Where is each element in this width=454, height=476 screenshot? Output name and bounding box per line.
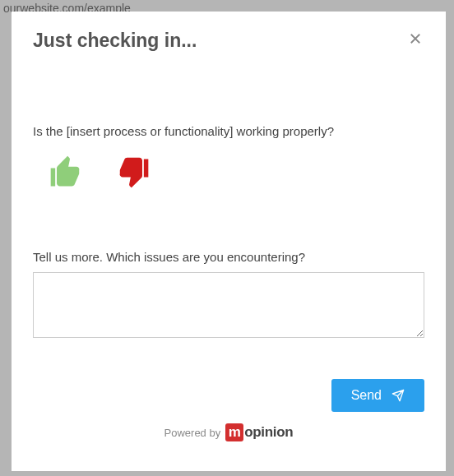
actions-row: Send: [33, 379, 424, 412]
modal-title: Just checking in...: [33, 30, 197, 52]
send-button[interactable]: Send: [331, 379, 424, 412]
modal-header: Just checking in...: [33, 30, 424, 52]
send-button-label: Send: [351, 388, 382, 403]
thumbs-down-icon: [115, 155, 151, 191]
mopinion-text: opinion: [244, 424, 293, 441]
question-tell-us-more: Tell us more. Which issues are you encou…: [33, 250, 424, 264]
thumbs-row: [33, 155, 424, 191]
thumbs-up-button[interactable]: [48, 155, 84, 191]
question-working-properly: Is the [insert process or functionality]…: [33, 124, 424, 138]
mopinion-m-icon: m: [225, 423, 243, 441]
followup-section: Tell us more. Which issues are you encou…: [33, 250, 424, 341]
powered-by-label: Powered by: [164, 427, 221, 439]
thumbs-down-button[interactable]: [115, 155, 151, 191]
send-icon: [391, 389, 405, 402]
question-section: Is the [insert process or functionality]…: [33, 124, 424, 191]
feedback-modal: Just checking in... Is the [insert proce…: [12, 12, 446, 471]
powered-by-row: Powered by m opinion: [33, 423, 424, 441]
thumbs-up-icon: [48, 155, 84, 191]
feedback-textarea[interactable]: [33, 272, 424, 338]
mopinion-logo[interactable]: m opinion: [225, 423, 293, 441]
close-button[interactable]: [406, 30, 424, 48]
close-icon: [408, 31, 423, 46]
